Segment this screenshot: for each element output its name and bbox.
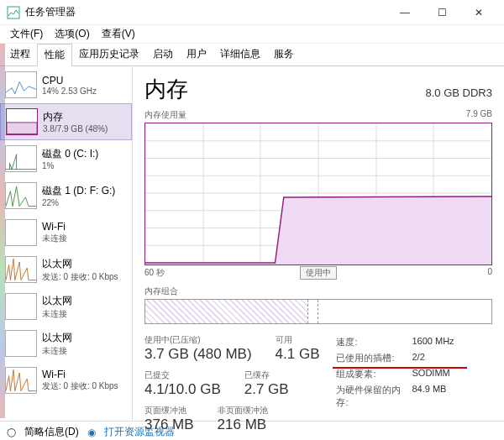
title-bar: 任务管理器 ― ☐ ✕ [0, 0, 504, 25]
stat-label: 可用 [276, 334, 320, 346]
sidebar-sub: 22% [42, 198, 115, 207]
sidebar-sub: 14% 2.53 GHz [42, 86, 97, 96]
sidebar-item-memory[interactable]: 内存3.8/7.9 GB (48%) [0, 103, 132, 140]
stat-label: 使用中(已压缩) [144, 334, 252, 346]
eth-thumb [5, 293, 37, 320]
main-panel: 内存 8.0 GB DDR3 内存使用量 7.9 GB 60 秒 使用中 0 内… [133, 66, 504, 421]
tab-processes[interactable]: 进程 [3, 44, 37, 65]
stat-value: 2.7 GB [244, 381, 289, 398]
sidebar-item-disk1[interactable]: 磁盘 1 (D: F: G:)22% [0, 177, 132, 214]
window-title: 任务管理器 [25, 5, 386, 19]
stat-label: 非页面缓冲池 [218, 405, 268, 416]
eth-thumb [5, 330, 37, 357]
close-button[interactable]: ✕ [460, 1, 497, 24]
sidebar-label: 磁盘 0 (C: I:) [42, 147, 98, 161]
kv-val: SODIMM [412, 368, 449, 380]
app-icon [7, 6, 20, 19]
sidebar-sub: 未连接 [42, 308, 72, 320]
stat-value: 4.1/10.0 GB [144, 381, 221, 398]
sidebar-label: 以太网 [42, 257, 118, 271]
sidebar-sub: 3.8/7.9 GB (48%) [43, 124, 108, 134]
tab-history[interactable]: 应用历史记录 [72, 44, 146, 65]
sidebar-item-eth2[interactable]: 以太网未连接 [0, 325, 132, 362]
sidebar-sub: 1% [42, 161, 98, 170]
menu-view[interactable]: 查看(V) [97, 25, 140, 43]
sidebar-sub: 未连接 [42, 345, 72, 357]
sidebar-label: Wi-Fi [42, 369, 118, 380]
tab-users[interactable]: 用户 [180, 44, 213, 65]
sidebar-item-wifi0[interactable]: Wi-Fi未连接 [0, 214, 132, 251]
kv-key: 速度: [336, 336, 403, 348]
maximize-button[interactable]: ☐ [423, 1, 460, 24]
fewer-details-button[interactable]: 简略信息(D) [24, 425, 79, 439]
disk-thumb [5, 182, 37, 209]
kv-key: 为硬件保留的内存: [336, 384, 403, 409]
stat-value: 216 MB [218, 416, 268, 433]
sidebar-label: 磁盘 1 (D: F: G:) [42, 184, 115, 198]
disk-thumb [5, 145, 37, 172]
stat-value: 376 MB [144, 416, 194, 433]
kv-val: 84.9 MB [412, 384, 446, 409]
memory-details: 速度:1600 MHz 已使用的插槽:2/2 组成要素:SODIMM 为硬件保留… [336, 336, 454, 433]
stat-value: 3.7 GB (480 MB) [144, 346, 252, 363]
sidebar-sub: 发送: 0 接收: 0 Kbps [42, 380, 118, 392]
kv-val: 2/2 [412, 352, 424, 364]
resmon-icon: ◉ [87, 427, 96, 438]
sidebar-item-disk0[interactable]: 磁盘 0 (C: I:)1% [0, 140, 132, 177]
sidebar-label: 内存 [43, 110, 108, 124]
stat-value: 4.1 GB [276, 346, 320, 363]
wifi-thumb [5, 367, 37, 394]
tab-details[interactable]: 详细信息 [213, 44, 267, 65]
chart-mode-button[interactable]: 使用中 [300, 266, 337, 280]
memory-spec: 8.0 GB DDR3 [426, 86, 492, 99]
kv-val: 1600 MHz [412, 336, 454, 348]
sidebar-item-eth0[interactable]: 以太网发送: 0 接收: 0 Kbps [0, 251, 132, 288]
sidebar-label: Wi-Fi [42, 221, 67, 233]
wifi-thumb [5, 219, 37, 246]
eth-thumb [5, 256, 37, 283]
memory-thumb [6, 108, 38, 135]
tab-services[interactable]: 服务 [267, 44, 301, 65]
sidebar-item-eth1[interactable]: 以太网未连接 [0, 288, 132, 325]
page-title: 内存 [144, 75, 188, 104]
chart-label: 内存使用量 [144, 109, 186, 121]
stat-label: 页面缓冲池 [144, 405, 194, 416]
menu-options[interactable]: 选项(O) [50, 25, 94, 43]
sidebar: CPU14% 2.53 GHz 内存3.8/7.9 GB (48%) 磁盘 0 … [0, 66, 133, 421]
svg-rect-1 [7, 123, 37, 134]
memory-composition-bar[interactable] [144, 299, 492, 324]
annotation-underline [333, 367, 467, 369]
menu-bar: 文件(F) 选项(O) 查看(V) [0, 25, 504, 44]
x-axis-right: 0 [487, 267, 492, 279]
tab-bar: 进程 性能 应用历史记录 启动 用户 详细信息 服务 [0, 44, 504, 66]
sidebar-item-wifi1[interactable]: Wi-Fi发送: 0 接收: 0 Kbps [0, 362, 132, 399]
sidebar-label: 以太网 [42, 294, 72, 308]
composition-label: 内存组合 [144, 285, 492, 297]
chart-max: 7.9 GB [466, 109, 492, 121]
fewer-details-icon[interactable]: ◯ [7, 427, 16, 437]
sidebar-item-cpu[interactable]: CPU14% 2.53 GHz [0, 66, 132, 103]
x-axis-left: 60 秒 [144, 267, 165, 279]
sidebar-label: 以太网 [42, 331, 72, 345]
kv-key: 组成要素: [336, 368, 403, 380]
sidebar-sub: 发送: 0 接收: 0 Kbps [42, 271, 118, 283]
memory-usage-chart[interactable] [144, 123, 492, 265]
tab-startup[interactable]: 启动 [146, 44, 180, 65]
cpu-thumb [5, 71, 37, 98]
menu-file[interactable]: 文件(F) [5, 25, 48, 43]
kv-key: 已使用的插槽: [336, 352, 403, 364]
stat-label: 已提交 [144, 369, 221, 381]
stat-label: 已缓存 [244, 369, 289, 381]
minimize-button[interactable]: ― [386, 1, 423, 24]
sidebar-label: CPU [42, 75, 97, 86]
tab-performance[interactable]: 性能 [37, 44, 72, 66]
sidebar-sub: 未连接 [42, 233, 67, 244]
